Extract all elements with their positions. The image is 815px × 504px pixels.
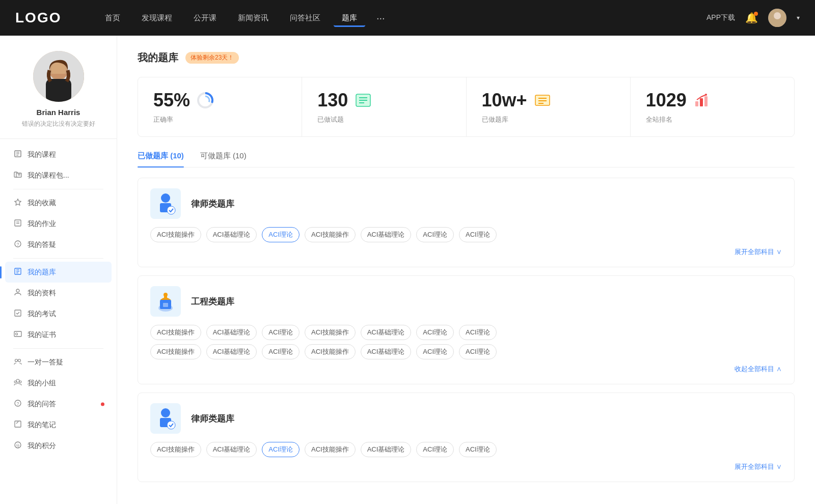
nav-opencourse[interactable]: 公开课: [185, 9, 225, 27]
tag-2-r2-1[interactable]: ACI技能操作: [150, 344, 201, 359]
svg-point-31: [16, 379, 19, 382]
sidebar-item-favorites[interactable]: 我的收藏: [5, 192, 112, 213]
tag-3-2[interactable]: ACI基础理论: [206, 442, 257, 457]
app-download-button[interactable]: APP下载: [707, 13, 735, 22]
tag-2-3[interactable]: ACI理论: [262, 325, 300, 340]
page-title: 我的题库: [138, 51, 178, 65]
svg-point-28: [16, 333, 18, 335]
profile-icon: [13, 288, 22, 298]
user-avatar[interactable]: [768, 9, 786, 27]
tag-3-3[interactable]: ACI理论: [262, 442, 300, 457]
sidebar-item-groups[interactable]: 我的小组: [5, 373, 112, 394]
bank-name-engineer: 工程类题库: [191, 296, 234, 307]
sidebar-item-question-bank[interactable]: 我的题库: [5, 262, 112, 283]
stat-top-accuracy: 55%: [153, 90, 286, 111]
tabs-row: 已做题库 (10) 可做题库 (10): [138, 151, 795, 167]
courses-icon: [13, 150, 22, 159]
tab-done-banks[interactable]: 已做题库 (10): [138, 151, 184, 167]
nav-home[interactable]: 首页: [97, 9, 128, 27]
bank-tags-lawyer-1: ACI技能操作 ACI基础理论 ACI理论 ACI技能操作 ACI基础理论 AC…: [150, 227, 782, 242]
bank-card-header-3: 律师类题库: [150, 403, 782, 434]
trial-badge: 体验剩余23天！: [185, 52, 239, 64]
sidebar: Brian Harris 错误的决定比没有决定要好 我的课程 我的课程包...: [0, 36, 117, 504]
tag-2-4[interactable]: ACI技能操作: [305, 325, 356, 340]
tag-3-7[interactable]: ACI理论: [459, 442, 497, 457]
nav-question-bank[interactable]: 题库: [334, 9, 365, 27]
certificates-icon: [13, 330, 22, 340]
sidebar-item-qa[interactable]: ? 我的答疑: [5, 234, 112, 255]
navbar-links: 首页 发现课程 公开课 新闻资讯 问答社区 题库 ···: [97, 8, 707, 28]
nav-news[interactable]: 新闻资讯: [230, 9, 277, 27]
svg-point-42: [201, 96, 209, 104]
tag-1-4[interactable]: ACI技能操作: [305, 227, 356, 242]
stat-banks-done: 10w+ 已做题库: [467, 77, 631, 136]
one-on-one-icon: [13, 357, 22, 367]
sidebar-item-certificates[interactable]: 我的证书: [5, 324, 112, 345]
bank-card-lawyer-2: 律师类题库 ACI技能操作 ACI基础理论 ACI理论 ACI技能操作 ACI基…: [138, 393, 795, 482]
bank-icon-lawyer-2: [150, 403, 181, 434]
tag-2-r2-2[interactable]: ACI基础理论: [206, 344, 257, 359]
collapse-link-engineer[interactable]: 收起全部科目 ∧: [735, 365, 782, 374]
svg-rect-62: [163, 303, 168, 307]
notification-bell[interactable]: 🔔: [745, 12, 758, 24]
stat-top-questions: 130: [317, 90, 450, 111]
tag-2-r2-6[interactable]: ACI理论: [416, 344, 454, 359]
ranking-icon: [693, 91, 711, 109]
svg-point-57: [167, 206, 175, 214]
tag-2-5[interactable]: ACI基础理论: [361, 325, 412, 340]
tag-2-r2-3[interactable]: ACI理论: [262, 344, 300, 359]
expand-link-1[interactable]: 展开全部科目 ∨: [735, 247, 782, 257]
expand-link-3[interactable]: 展开全部科目 ∨: [735, 462, 782, 471]
nav-discover[interactable]: 发现课程: [133, 9, 180, 27]
svg-text:?: ?: [16, 242, 19, 247]
sidebar-item-homework[interactable]: 我的作业: [5, 213, 112, 234]
tag-2-r2-4[interactable]: ACI技能操作: [305, 344, 356, 359]
sidebar-divider-2: [13, 258, 103, 259]
tag-2-r2-7[interactable]: ACI理论: [459, 344, 497, 359]
svg-point-1: [774, 12, 781, 19]
svg-point-29: [15, 359, 18, 362]
svg-point-65: [167, 421, 175, 429]
tag-1-5[interactable]: ACI基础理论: [361, 227, 412, 242]
sidebar-item-course-packages[interactable]: 我的课程包...: [5, 165, 112, 186]
tag-2-6[interactable]: ACI理论: [416, 325, 454, 340]
tag-2-1[interactable]: ACI技能操作: [150, 325, 201, 340]
sidebar-item-points[interactable]: 分 我的积分: [5, 435, 112, 456]
tag-2-7[interactable]: ACI理论: [459, 325, 497, 340]
tag-3-5[interactable]: ACI基础理论: [361, 442, 412, 457]
svg-point-30: [18, 359, 21, 362]
favorites-icon: [13, 198, 22, 208]
tag-3-6[interactable]: ACI理论: [416, 442, 454, 457]
stat-accuracy: 55% 正确率: [138, 77, 302, 136]
sidebar-item-one-on-one[interactable]: 一对一答疑: [5, 352, 112, 373]
tag-2-2[interactable]: ACI基础理论: [206, 325, 257, 340]
tag-1-3[interactable]: ACI理论: [262, 227, 300, 242]
sidebar-item-exams[interactable]: 我的考试: [5, 303, 112, 324]
tag-2-r2-5[interactable]: ACI基础理论: [361, 344, 412, 359]
stats-row: 55% 正确率 130: [138, 77, 795, 137]
svg-point-33: [19, 381, 21, 383]
tag-1-2[interactable]: ACI基础理论: [206, 227, 257, 242]
tab-available-banks[interactable]: 可做题库 (10): [200, 151, 247, 167]
svg-point-54: [705, 94, 707, 96]
qa-icon: ?: [13, 240, 22, 249]
stat-questions-done: 130 已做试题: [302, 77, 466, 136]
sidebar-item-profile[interactable]: 我的资料: [5, 283, 112, 303]
svg-rect-51: [695, 101, 698, 106]
tag-1-1[interactable]: ACI技能操作: [150, 227, 201, 242]
sidebar-profile: Brian Harris 错误的决定比没有决定要好: [0, 51, 117, 139]
nav-qa[interactable]: 问答社区: [282, 9, 329, 27]
tag-1-7[interactable]: ACI理论: [459, 227, 497, 242]
bank-icon-engineer: [150, 286, 181, 317]
sidebar-item-notes[interactable]: 我的笔记: [5, 414, 112, 435]
nav-more[interactable]: ···: [370, 8, 391, 28]
page-header: 我的题库 体验剩余23天！: [138, 51, 795, 65]
sidebar-item-my-questions[interactable]: ? 我的问答: [5, 394, 112, 414]
tag-1-6[interactable]: ACI理论: [416, 227, 454, 242]
tag-3-1[interactable]: ACI技能操作: [150, 442, 201, 457]
user-menu-chevron[interactable]: ▾: [797, 14, 800, 21]
bank-tags-lawyer-2: ACI技能操作 ACI基础理论 ACI理论 ACI技能操作 ACI基础理论 AC…: [150, 442, 782, 457]
sidebar-item-courses[interactable]: 我的课程: [5, 144, 112, 165]
tag-3-4[interactable]: ACI技能操作: [305, 442, 356, 457]
bank-footer-1: 展开全部科目 ∨: [150, 247, 782, 257]
